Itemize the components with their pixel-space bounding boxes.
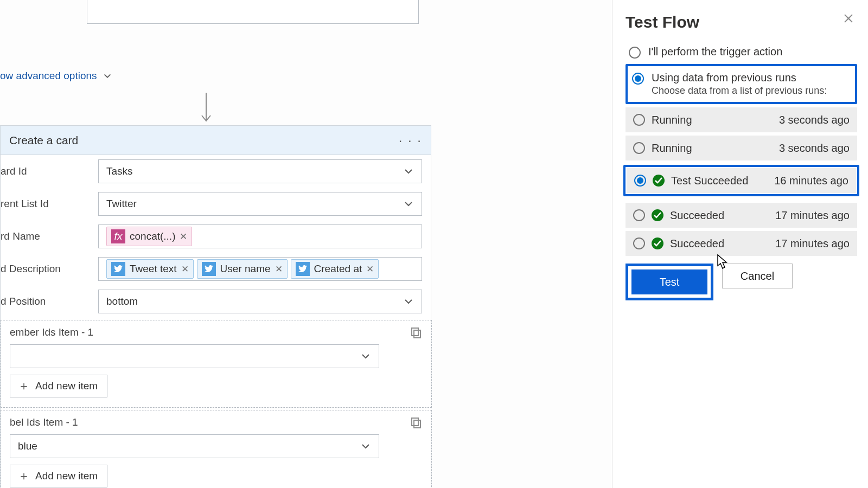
twitter-icon [296,262,310,276]
token-remove-icon[interactable]: ✕ [366,264,374,275]
chevron-down-icon [360,441,371,452]
board-id-select[interactable]: Tasks [98,159,422,183]
field-label-board-id: ard Id [1,165,98,177]
radio-icon [633,142,645,154]
dynamic-token[interactable]: User name ✕ [197,259,288,279]
svg-rect-3 [414,330,420,338]
panel-title: Test Flow [626,13,857,31]
run-item[interactable]: Test Succeeded 16 minutes ago [627,168,856,193]
member-ids-select[interactable] [10,344,379,368]
chevron-down-icon [403,296,414,307]
action-card-header[interactable]: Create a card · · · [1,126,431,155]
radio-previous-runs[interactable]: Using data from previous runs Choose dat… [629,67,854,101]
add-member-item-button[interactable]: ＋ Add new item [10,375,107,397]
success-check-icon [652,237,663,249]
highlight-box: Test Succeeded 16 minutes ago [623,165,859,196]
twitter-icon [202,262,216,276]
parent-list-select[interactable]: Twitter [98,192,422,216]
card-description-input[interactable]: Tweet text ✕ User name ✕ Created at ✕ [98,257,422,281]
label-ids-label: bel Ids Item - 1 [10,416,78,428]
chevron-down-icon [103,71,112,81]
label-ids-section: bel Ids Item - 1 blue ＋ Add new item [1,410,432,488]
dynamic-token[interactable]: Tweet text ✕ [106,259,194,279]
run-item[interactable]: Running 3 seconds ago [626,107,857,132]
success-check-icon [653,175,665,187]
field-label-parent-list: rent List Id [1,198,98,210]
chevron-down-icon [403,166,414,177]
advanced-options-toggle[interactable]: ow advanced options [0,24,434,82]
twitter-icon [111,262,125,276]
radio-icon [629,47,641,59]
run-item[interactable]: Running 3 seconds ago [626,136,857,160]
fx-icon: fx [111,229,125,243]
action-card-title: Create a card [9,134,399,147]
success-check-icon [652,209,663,221]
svg-rect-4 [412,418,418,426]
radio-icon [633,209,645,221]
radio-icon [634,175,646,187]
run-item[interactable]: Succeeded 17 minutes ago [626,231,857,256]
svg-rect-2 [412,328,418,336]
action-card: Create a card · · · ard Id Tasks rent Li… [0,125,431,488]
member-ids-label: ember Ids Item - 1 [10,326,93,338]
test-flow-panel: Test Flow I'll perform the trigger actio… [612,0,868,488]
highlight-box: Test [626,264,713,300]
flow-editor: ow advanced options Create a card · · · … [0,0,434,488]
close-button[interactable] [842,12,857,27]
test-button[interactable]: Test [631,269,707,294]
advanced-options-label: ow advanced options [0,70,97,82]
radio-manual-trigger[interactable]: I'll perform the trigger action [626,41,857,63]
chevron-down-icon [403,198,414,209]
radio-icon [633,114,645,126]
close-icon [842,12,855,25]
field-label-card-name: rd Name [1,230,98,242]
dynamic-token[interactable]: Created at ✕ [291,259,379,279]
switch-array-icon[interactable] [410,416,423,429]
svg-rect-5 [414,420,420,428]
fx-token[interactable]: fx concat(...) ✕ [106,227,192,246]
radio-icon [633,237,645,249]
action-card-menu[interactable]: · · · [399,133,422,148]
token-remove-icon[interactable]: ✕ [180,231,187,242]
field-label-card-description: d Description [1,263,98,275]
cancel-button[interactable]: Cancel [722,264,793,288]
chevron-down-icon [360,351,371,362]
run-item[interactable]: Succeeded 17 minutes ago [626,203,857,228]
previous-runs-list: Running 3 seconds ago Running 3 seconds … [626,107,857,256]
card-name-input[interactable]: fx concat(...) ✕ [98,224,422,248]
highlight-box: Using data from previous runs Choose dat… [626,64,857,104]
member-ids-section: ember Ids Item - 1 ＋ Add new item [1,320,432,408]
switch-array-icon[interactable] [410,326,423,339]
label-ids-select[interactable]: blue [10,434,379,458]
add-label-item-button[interactable]: ＋ Add new item [10,465,107,487]
radio-icon [632,73,644,85]
token-remove-icon[interactable]: ✕ [181,264,189,275]
card-position-select[interactable]: bottom [98,290,422,313]
plus-icon: ＋ [18,468,30,484]
plus-icon: ＋ [18,378,30,394]
field-label-card-position: d Position [1,296,98,307]
connector-arrow-icon [195,93,217,125]
token-remove-icon[interactable]: ✕ [275,264,283,275]
